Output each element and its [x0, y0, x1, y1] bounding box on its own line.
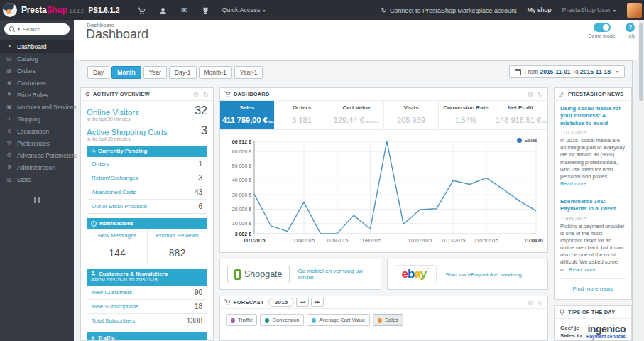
kpi-visits[interactable]: Visits205 939 [383, 101, 438, 129]
read-more-link[interactable]: Read more [560, 180, 586, 187]
row-label[interactable]: Out of Stock Products [92, 203, 147, 210]
search-scope-caret-icon[interactable]: ▼ [17, 27, 21, 31]
user-menu[interactable]: PrestaShop User▼ [562, 6, 617, 13]
sidebar-item-stats[interactable]: ▥Stats [0, 173, 74, 185]
news-item-title[interactable]: Using social media for your business: 4 … [560, 105, 626, 127]
messages-icon[interactable]: ✉ [174, 0, 195, 20]
ebay-link[interactable]: Start uw eBay-winkel vandaag [445, 271, 522, 278]
orders-icon: ▦ [6, 67, 13, 74]
row-label[interactable]: Orders [92, 161, 109, 167]
kpi-orders[interactable]: Orders3 181 [274, 101, 329, 129]
gear-icon[interactable]: ⚙ [193, 91, 199, 98]
table-row[interactable]: Total Subscribers1308 [87, 313, 207, 328]
sidebar-item-label: Price Rules [17, 92, 48, 99]
sidebar-item-preferences[interactable]: ⚒Preferences [0, 137, 74, 149]
table-row[interactable]: New Subscriptions18 [87, 299, 207, 313]
refresh-icon[interactable]: ↻ [203, 91, 209, 98]
sidebar-item-shipping[interactable]: ✈Shipping [0, 113, 74, 125]
modules-and-services-icon: ▣ [6, 104, 13, 110]
previous-year-button[interactable] [296, 298, 309, 307]
sidebar-item-price-rules[interactable]: ⚑Price Rules [0, 89, 74, 101]
row-label[interactable]: New Customers [92, 289, 132, 296]
sidebar-item-dashboard[interactable]: ◔Dashboard [0, 40, 74, 53]
forecast-legend-conversion[interactable]: Conversion [260, 314, 304, 326]
user-avatar[interactable] [627, 3, 642, 18]
kpi-net-profit[interactable]: Net Profit148 918,51 € tax excl. [493, 101, 547, 129]
search-input[interactable] [23, 26, 65, 33]
next-year-button[interactable] [311, 298, 324, 307]
ebay-logo[interactable]: ebay™ [395, 265, 437, 283]
collapse-menu-icon[interactable] [34, 197, 40, 203]
scrollbar-thumb[interactable] [639, 23, 643, 101]
range-button-month-1[interactable]: Month-1 [199, 66, 232, 79]
forecast-legend-average-cart-value[interactable]: Average Cart Value [307, 314, 370, 326]
kpi-sales[interactable]: Sales411 759,00 € tax excl. [220, 101, 274, 129]
find-more-news-link[interactable]: Find more news [560, 284, 626, 295]
currently-pending-header: ◷Currently Pending [87, 146, 207, 157]
sync-icon: ↻ [381, 6, 386, 14]
svg-text:20 000 €: 20 000 € [232, 207, 251, 212]
forecast-legend-traffic[interactable]: Traffic [226, 314, 257, 326]
news-item-date: 11/12/2015 [560, 129, 626, 136]
read-more-link[interactable]: Read more [569, 266, 596, 273]
gear-icon[interactable]: ⚙ [528, 299, 533, 306]
range-button-year-1[interactable]: Year-1 [234, 66, 263, 79]
range-button-day-1[interactable]: Day-1 [169, 66, 197, 79]
active-carts-value: 3 [201, 125, 207, 136]
sidebar-item-label: Advanced Parameters [17, 152, 77, 159]
range-button-month[interactable]: Month [111, 66, 141, 79]
scrollbar[interactable] [638, 20, 644, 341]
refresh-icon[interactable]: ↻ [537, 299, 543, 306]
sidebar-item-catalog[interactable]: ▤Catalog [0, 53, 74, 65]
online-visitors-link[interactable]: Online Visitors [87, 108, 139, 117]
help-icon[interactable]: ? [626, 23, 635, 32]
sidebar-item-localization[interactable]: ⊕Localization [0, 125, 74, 137]
table-row[interactable]: Return/Exchanges3 [87, 170, 207, 185]
employee-icon[interactable] [153, 0, 174, 20]
cart-icon[interactable] [131, 0, 153, 20]
sidebar-item-orders[interactable]: ▦Orders [0, 65, 74, 77]
forecast-legend-sales[interactable]: Sales [373, 314, 403, 326]
table-row[interactable]: Out of Stock Products6 [87, 199, 207, 213]
row-label[interactable]: Return/Exchanges [92, 175, 138, 181]
prestashop-logo[interactable] [3, 3, 17, 17]
sales-chart: 66 912 €60 000 €50 000 €40 000 €30 000 €… [220, 130, 547, 252]
table-row[interactable]: Orders1 [87, 157, 207, 170]
trophy-icon[interactable] [195, 0, 217, 20]
row-label[interactable]: Abandoned Carts [92, 189, 136, 195]
kpi-cart-value[interactable]: Cart Value129,44 € tax excl. [329, 101, 383, 129]
shopgate-link[interactable]: Ga mobiel en verhoog uw omzet [298, 268, 373, 281]
active-carts-sub: in the last 30 minutes [87, 136, 207, 141]
table-row[interactable]: New Customers90 [87, 286, 207, 299]
sidebar-item-customers[interactable]: ☻Customers [0, 77, 74, 89]
demo-mode-toggle[interactable] [594, 23, 611, 32]
svg-text:30 000 €: 30 000 € [232, 193, 251, 197]
news-panel-title: PRESTASHOP NEWS [568, 91, 624, 97]
sidebar-item-advanced-parameters[interactable]: ⚙Advanced Parameters [0, 149, 74, 161]
marketplace-connect-link[interactable]: ↻Connect to PrestaShop Marketplace accou… [381, 6, 516, 14]
news-item-title[interactable]: Ecommerce 101: Payments in a Tweet [560, 198, 626, 213]
forecast-year[interactable]: 2015 [268, 298, 295, 307]
notification-column-label[interactable]: Product Reviews [147, 229, 207, 242]
gear-icon[interactable]: ⚙ [528, 91, 533, 98]
notification-column-label[interactable]: New Messages [87, 229, 147, 242]
quick-access-menu[interactable]: Quick Access▼ [222, 6, 266, 13]
row-label[interactable]: Total Subscribers [92, 318, 135, 324]
range-button-year[interactable]: Year [143, 66, 167, 79]
kpi-conversion-rate[interactable]: Conversion Rate1.54% [438, 101, 493, 129]
row-label[interactable]: New Subscriptions [92, 303, 138, 310]
date-range-picker[interactable]: From 2015-11-01 To 2015-11-18 ▼ [509, 65, 625, 78]
demo-mode-control: Demo mode [588, 23, 615, 38]
sidebar-item-administration[interactable]: ♜Administration [0, 161, 74, 173]
sidebar-item-modules-and-services[interactable]: ▣Modules and Services [0, 101, 74, 113]
shopgate-logo[interactable]: Shopgate [227, 266, 290, 283]
active-carts-link[interactable]: Active Shopping Carts [87, 128, 168, 136]
chart-legend[interactable]: Sales [517, 137, 537, 144]
range-button-day[interactable]: Day [87, 66, 109, 79]
refresh-icon[interactable]: ↻ [537, 91, 543, 98]
localization-icon: ⊕ [6, 128, 13, 134]
notifications-table: New MessagesProduct Reviews144882 [87, 229, 207, 264]
sidebar-search: ▼ [4, 23, 70, 35]
my-shop-link[interactable]: My shop [527, 6, 551, 13]
table-row[interactable]: Abandoned Carts43 [87, 185, 207, 199]
